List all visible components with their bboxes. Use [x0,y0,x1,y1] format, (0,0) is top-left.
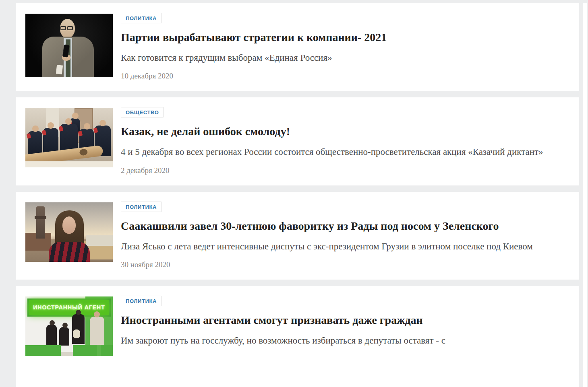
person-silhouette-art [46,325,57,346]
speaker-glasses-art [67,26,73,30]
article-card: ПОЛИТИКА Саакашвили завел 30-летнюю фаво… [16,192,579,280]
city-tower-art [36,206,45,239]
article-title[interactable]: Саакашвили завел 30-летнюю фаворитку из … [121,219,563,233]
person-silhouette-art [59,327,69,346]
article-thumbnail[interactable]: ИНОСТРАННЫЙ АГЕНТ [25,296,113,356]
article-content: ПОЛИТИКА Саакашвили завел 30-летнюю фаво… [121,202,563,269]
article-content: ПОЛИТИКА Партии вырабатывают стратегии к… [121,13,563,80]
green-counter-art [101,345,113,356]
article-date: 2 декабря 2020 [121,166,563,175]
category-badge[interactable]: ПОЛИТИКА [121,202,161,212]
article-thumbnail[interactable] [25,14,113,77]
person-silhouette-art [90,317,104,345]
category-badge[interactable]: ОБЩЕСТВО [121,107,164,117]
woman-striped-top-art [49,242,90,262]
article-summary: Лиза Ясько с лета ведет интенсивные дисп… [121,239,554,254]
adjacent-panel-edge [583,3,587,387]
article-card: ИНОСТРАННЫЙ АГЕНТ ПОЛИТИКА Иностранными … [16,286,579,387]
article-date: 10 декабря 2020 [121,72,563,80]
article-card: ОБЩЕСТВО Казак, не делай ошибок смолоду!… [16,97,579,185]
speaker-lanyard-art [56,65,63,74]
category-badge[interactable]: ПОЛИТИКА [121,296,161,306]
article-title[interactable]: Иностранными агентами смогут признавать … [121,313,563,327]
article-summary: 4 и 5 декабря во всех регионах России со… [121,144,554,159]
person-silhouette-art [72,314,85,344]
article-content: ОБЩЕСТВО Казак, не делай ошибок смолоду!… [121,107,563,175]
article-thumbnail[interactable] [25,108,113,167]
city-building-art [86,235,113,246]
handbag-art [73,329,80,338]
article-title[interactable]: Казак, не делай ошибок смолоду! [121,124,563,138]
article-title[interactable]: Партии вырабатывают стратегии к компании… [121,30,563,44]
green-counter-art [25,345,61,356]
green-counter-art [73,345,97,356]
article-thumbnail[interactable] [25,202,113,262]
article-content: ПОЛИТИКА Иностранными агентами смогут пр… [121,296,563,387]
article-card: ПОЛИТИКА Партии вырабатывают стратегии к… [16,3,579,91]
woman-face-art [62,216,76,234]
article-summary: Им закроют путь на госслужбу, но возможн… [121,333,554,348]
speaker-glasses-art [60,26,66,30]
article-summary: Как готовится к грядущим выборам «Единая… [121,50,554,65]
floor-art [61,352,73,356]
news-feed: ПОЛИТИКА Партии вырабатывают стратегии к… [16,3,579,387]
cadet-figure-art [28,131,42,155]
article-date: 30 ноября 2020 [121,260,563,269]
desk-art [25,161,113,167]
category-badge[interactable]: ПОЛИТИКА [121,13,161,23]
